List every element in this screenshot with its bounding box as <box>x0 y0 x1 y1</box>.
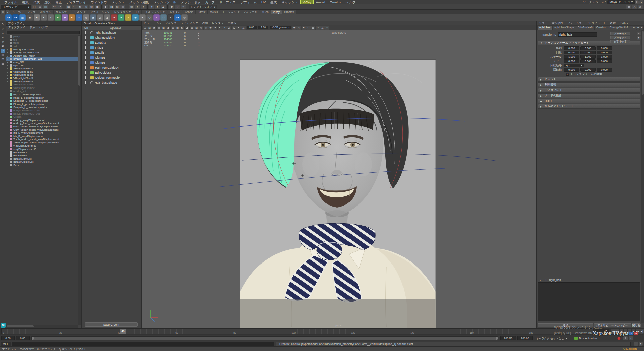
outliner-item[interactable]: Teeth_under_mesh_vrayDisplacement <box>6 138 78 141</box>
toolbar-icon[interactable]: ● <box>149 5 154 9</box>
expand-arrow-icon[interactable]: ▸ <box>7 67 10 70</box>
toolbar-icon[interactable]: ◎ <box>83 5 88 9</box>
tool-icon[interactable]: ◌ <box>1 27 5 31</box>
operator-row[interactable]: Detail5 <box>82 50 141 55</box>
expand-arrow-icon[interactable]: ▸ <box>7 77 10 79</box>
attribute-editor-menu-item[interactable]: アトリビュート <box>584 21 608 25</box>
outliner-item[interactable]: defaultLightSet <box>6 157 78 161</box>
viewport-toolbar-icon[interactable]: ◫ <box>147 26 152 30</box>
attribute-field-y[interactable]: 0.000 <box>580 59 596 63</box>
shelf-icon[interactable]: ● <box>167 14 174 21</box>
operator-row[interactable]: Frizz5 <box>82 45 141 50</box>
shelf-tab[interactable]: XGen <box>259 10 270 14</box>
viewport-toolbar-icon[interactable]: ▨ <box>194 26 199 30</box>
shelf-icon[interactable]: ◐ <box>41 14 47 21</box>
help-icon[interactable]: ▾ <box>637 36 641 40</box>
viewport-toolbar-icon[interactable]: ◆ <box>292 26 297 30</box>
attribute-editor-side-button[interactable]: フォーカス <box>610 32 630 35</box>
operator-row[interactable]: Clump5 <box>82 55 141 60</box>
outliner-item[interactable]: top <box>6 38 78 42</box>
operator-enable-toggle[interactable] <box>82 41 90 44</box>
menu-item[interactable]: メッシュ編集 <box>127 0 151 4</box>
expand-arrow-icon[interactable]: ▸ <box>7 74 10 76</box>
viewport-toolbar-icon[interactable]: ▥ <box>171 26 175 30</box>
viewport-toolbar-icon[interactable]: ▦ <box>175 26 180 30</box>
outliner-item[interactable]: Shoulder_L_poseInterpolator <box>6 99 78 103</box>
outliner-item[interactable]: ▸ VRayLightRect5 <box>6 77 78 80</box>
attribute-editor-scrollbar[interactable] <box>641 30 644 323</box>
toolbar-icon[interactable]: ◠ <box>72 5 77 9</box>
viewport-toolbar-icon[interactable]: ◍ <box>199 26 203 30</box>
attribute-field-x[interactable]: 0.000 <box>564 59 579 63</box>
shelf-tab[interactable]: MASH <box>208 10 220 14</box>
anim-layer-checkbox[interactable] <box>574 337 578 340</box>
shelf-icon[interactable]: ◉ <box>26 14 33 21</box>
operator-row[interactable]: GuidesFromMesh4 <box>82 75 141 80</box>
shelf-tab[interactable]: スカルプト <box>54 10 72 14</box>
operator-enable-toggle[interactable] <box>82 36 90 39</box>
attribute-field-x[interactable]: 1.000 <box>564 55 579 59</box>
rotate-axis-z[interactable]: 0.000 <box>597 68 612 72</box>
outliner-item[interactable]: ▸ cam_GR <box>6 61 78 64</box>
tool-icon[interactable]: ▦ <box>1 62 5 66</box>
viewport-toolbar-icon[interactable]: □ <box>306 26 311 30</box>
operator-enable-toggle[interactable] <box>82 71 90 74</box>
attribute-field-x[interactable]: 0.000 <box>564 51 579 54</box>
viewport-toolbar-icon[interactable]: ◪ <box>185 26 189 30</box>
shelf-tab[interactable]: VRay <box>271 10 282 14</box>
viewport-toolbar-icon[interactable]: ■ <box>302 26 306 30</box>
collapsed-section-header[interactable]: ▶ ノードの動作 <box>538 93 640 98</box>
toolbar-icon[interactable]: ◨ <box>109 5 114 9</box>
toolbar-icon[interactable] <box>147 5 148 9</box>
node-tab[interactable]: right_hairShape <box>553 26 576 30</box>
node-tab[interactable]: ChangeWidth4 <box>608 26 630 30</box>
playback-start-field[interactable]: 0.00 <box>16 336 30 340</box>
viewport-menu-item[interactable]: レンダラ <box>210 21 226 25</box>
viewport-toolbar-icon[interactable]: ◩ <box>180 26 184 30</box>
outliner-menu-item[interactable]: ヘルプ <box>37 26 50 30</box>
toolbar-icon[interactable]: ▧ <box>115 5 120 9</box>
menu-item[interactable]: Arnold <box>314 0 327 4</box>
outliner-item[interactable]: ▸ ornatrix_basemesh_GR <box>6 57 78 61</box>
toolbar-icon[interactable]: ▩ <box>626 5 631 9</box>
tool-icon[interactable]: ↻ <box>1 40 5 44</box>
shelf-tab[interactable]: レンダリング <box>112 10 133 14</box>
animation-start-field[interactable]: 0.00 <box>1 336 15 340</box>
colorspace-selector[interactable]: sRGB gamma ▾ <box>270 26 291 29</box>
outliner-item[interactable]: ndoya_Pattern3D_004 <box>6 109 78 112</box>
outliner-menu-item[interactable]: ディスプレイ <box>6 26 28 30</box>
shelf-menu-icon[interactable]: ≡ <box>1 10 5 14</box>
viewport-toolbar-icon[interactable]: ▱ <box>316 26 320 30</box>
shelf-icon[interactable]: ▲ <box>125 14 131 21</box>
toolbar-icon[interactable] <box>127 5 127 9</box>
shelf-tab[interactable]: ポリゴン <box>38 10 53 14</box>
rotate-axis-x[interactable]: 0.000 <box>564 68 579 72</box>
operator-row[interactable]: Hair_baseShape <box>82 80 141 85</box>
node-tab[interactable]: Ornatrix <box>595 26 608 30</box>
workspace-settings-icon[interactable]: ≡ <box>635 0 639 4</box>
viewport-menu-item[interactable]: 表示 <box>200 21 210 25</box>
shelf-icon[interactable]: ● <box>69 14 75 21</box>
toolbar-icon[interactable]: ▱ <box>638 5 643 9</box>
symmetry-selector[interactable]: シンメトリ: オフ ▾ <box>189 5 217 9</box>
viewport-toolbar-icon[interactable]: ○ <box>325 26 329 30</box>
attribute-editor-menu-item[interactable]: 選択項目 <box>550 21 565 25</box>
outliner-item[interactable]: Bookmark3 <box>6 151 78 154</box>
save-groom-button[interactable]: Save Groom <box>85 322 138 327</box>
outliner-item[interactable]: vrayDisplacement2 <box>6 144 78 148</box>
toolbar-icon[interactable]: ◬ <box>632 5 637 9</box>
shelf-icon[interactable]: ◮ <box>104 14 110 21</box>
animation-preferences-icon[interactable]: ≡ <box>623 336 628 340</box>
outliner-item[interactable]: ndoya_Pattern3D_005 <box>6 112 78 115</box>
toolbar-icon[interactable]: ◫ <box>43 5 48 9</box>
operator-enable-toggle[interactable] <box>82 66 90 69</box>
outliner-item[interactable]: side <box>6 45 78 48</box>
expand-arrow-icon[interactable]: ▸ <box>7 55 10 57</box>
outliner-item[interactable]: Elbow_L_poseInterpolator <box>6 102 78 106</box>
attribute-field-y[interactable]: 0.000 <box>580 51 596 54</box>
menu-item[interactable]: 作成 <box>31 0 42 4</box>
outliner-item[interactable]: Hip_L_poseInterpolator <box>6 93 78 96</box>
shelf-icon[interactable]: ◆ <box>62 14 68 21</box>
shelf-icon[interactable]: ◉ <box>132 14 139 21</box>
viewport-toolbar-icon[interactable]: △ <box>241 26 246 30</box>
